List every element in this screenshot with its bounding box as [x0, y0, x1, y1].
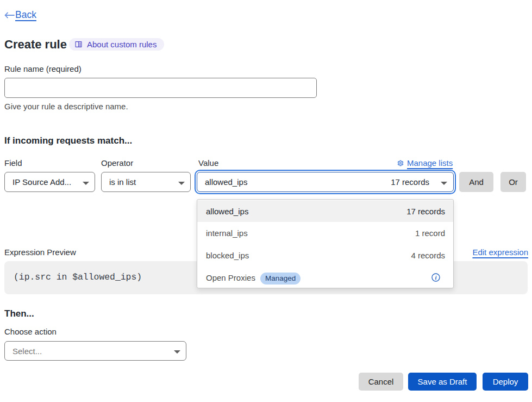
- svg-text:i: i: [435, 274, 437, 281]
